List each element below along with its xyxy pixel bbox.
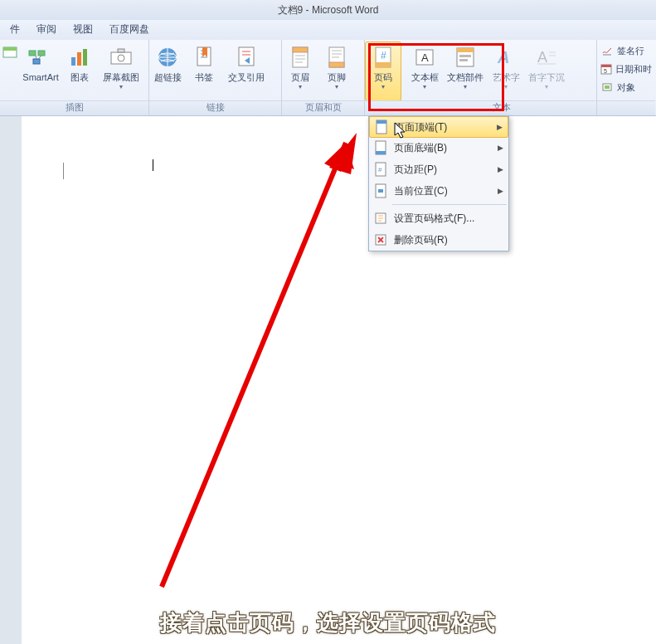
- object-icon: [600, 80, 614, 94]
- group-headerfooter: 页眉 ▾ 页脚 ▾ 页眉和页: [282, 40, 365, 115]
- datetime-label: 日期和时: [615, 63, 652, 76]
- tab-baidu[interactable]: 百度网盘: [101, 20, 158, 40]
- menu-current-position[interactable]: 当前位置(C) ▶: [369, 180, 508, 202]
- svg-rect-27: [459, 59, 468, 61]
- svg-rect-16: [293, 47, 308, 52]
- svg-rect-18: [329, 62, 344, 67]
- group-text-extra: 签名行 5 日期和时 对象: [597, 40, 655, 115]
- signature-label: 签名行: [617, 45, 644, 57]
- dropdown-arrow-icon: ▾: [299, 83, 302, 90]
- quickparts-label: 文档部件: [447, 72, 483, 82]
- hyperlink-button[interactable]: 超链接: [149, 41, 186, 101]
- tab-review[interactable]: 审阅: [28, 20, 65, 40]
- remove-icon: [372, 232, 389, 248]
- textbox-icon: A: [411, 44, 438, 71]
- footer-icon: [323, 44, 350, 71]
- header-icon: [287, 44, 313, 71]
- svg-rect-5: [71, 57, 75, 66]
- svg-rect-3: [38, 51, 45, 56]
- pagenumber-dropdown: 页面顶端(T) ▶ 页面底端(B) ▶ # 页边距(P) ▶ 当前位置(C) ▶…: [368, 116, 509, 251]
- pagenumber-button[interactable]: # 页码 ▾: [365, 41, 401, 101]
- smartart-label: SmartArt: [22, 72, 58, 82]
- svg-rect-1: [3, 47, 17, 51]
- page-current-icon: [372, 183, 389, 199]
- screenshot-button[interactable]: 屏幕截图 ▾: [98, 41, 144, 101]
- menu-remove-label: 删除页码(R): [394, 233, 448, 247]
- tutorial-caption: 接着点击页码，选择设置页码格式: [0, 608, 656, 637]
- menu-top-of-page[interactable]: 页面顶端(T) ▶: [369, 116, 508, 138]
- textbox-button[interactable]: A 文本框 ▾: [406, 41, 443, 101]
- menu-page-margins[interactable]: # 页边距(P) ▶: [369, 159, 508, 180]
- smartart-button[interactable]: SmartArt: [20, 41, 61, 101]
- menu-format-label: 设置页码格式(F)...: [394, 212, 474, 226]
- footer-button[interactable]: 页脚 ▾: [318, 41, 355, 101]
- partial-button[interactable]: [0, 41, 20, 101]
- bookmark-button[interactable]: 书签: [186, 41, 222, 101]
- submenu-arrow-icon: ▶: [498, 187, 503, 195]
- svg-text:#: #: [381, 50, 386, 61]
- quickparts-icon: [452, 44, 479, 71]
- datetime-button[interactable]: 5 日期和时: [600, 60, 652, 78]
- footer-label: 页脚: [328, 72, 346, 82]
- dropcap-icon: A: [533, 44, 560, 71]
- header-button[interactable]: 页眉 ▾: [282, 41, 318, 101]
- group-text: A 文本框 ▾ 文档部件 ▾ A 艺术字 ▾ A: [406, 40, 597, 115]
- page-top-icon: [373, 119, 390, 135]
- smartart-icon: [27, 44, 54, 71]
- ribbon-tabs: 件 审阅 视图 百度网盘: [0, 20, 656, 40]
- datetime-icon: 5: [600, 62, 612, 76]
- svg-rect-14: [239, 47, 254, 66]
- signature-button[interactable]: 签名行: [600, 41, 652, 60]
- pagenumber-label: 页码: [374, 72, 392, 82]
- pagenum-group: # 页码 ▾: [365, 40, 406, 115]
- svg-text:#: #: [378, 166, 382, 173]
- format-icon: [372, 210, 389, 227]
- object-button[interactable]: 对象: [600, 78, 652, 96]
- dropcap-label: 首字下沉: [528, 72, 565, 82]
- svg-text:A: A: [421, 51, 429, 64]
- submenu-arrow-icon: ▶: [498, 144, 503, 152]
- left-gutter: [0, 116, 22, 644]
- dropcap-button[interactable]: A 首字下沉 ▾: [524, 41, 569, 101]
- menu-current-label: 当前位置(C): [394, 184, 448, 198]
- svg-rect-36: [377, 120, 386, 124]
- svg-rect-2: [29, 51, 36, 56]
- group-links-label: 链接: [149, 100, 281, 115]
- ribbon: SmartArt 图表 屏幕截图 ▾ 插图: [0, 40, 656, 116]
- svg-rect-31: [601, 65, 611, 67]
- menu-bottom-label: 页面底端(B): [394, 141, 447, 155]
- group-text-label: 文本: [406, 100, 596, 115]
- bookmark-label: 书签: [195, 72, 213, 82]
- wordart-button[interactable]: A 艺术字 ▾: [488, 41, 524, 101]
- svg-rect-6: [77, 52, 81, 66]
- page-margin-mark: [63, 163, 64, 179]
- svg-rect-26: [459, 55, 471, 57]
- menu-format-page-numbers[interactable]: 设置页码格式(F)...: [369, 207, 508, 229]
- tab-partial[interactable]: 件: [2, 20, 28, 40]
- svg-rect-34: [605, 85, 610, 89]
- chart-icon: [66, 44, 93, 71]
- quickparts-button[interactable]: 文档部件 ▾: [443, 41, 488, 101]
- signature-icon: [600, 44, 614, 57]
- crossref-icon: [233, 44, 260, 71]
- svg-rect-4: [33, 59, 40, 64]
- crossref-label: 交叉引用: [228, 72, 265, 82]
- svg-rect-8: [111, 52, 131, 64]
- svg-text:A: A: [497, 48, 509, 66]
- chart-label: 图表: [70, 72, 89, 82]
- dropdown-arrow-icon: ▾: [545, 83, 548, 90]
- group-headerfooter-label: 页眉和页: [282, 100, 364, 115]
- dropdown-arrow-icon: ▾: [423, 83, 426, 90]
- wordart-label: 艺术字: [493, 72, 520, 82]
- group-illustrations: SmartArt 图表 屏幕截图 ▾ 插图: [0, 40, 149, 115]
- menu-remove-page-numbers[interactable]: 删除页码(R): [369, 229, 508, 251]
- hyperlink-label: 超链接: [154, 72, 182, 82]
- document-canvas[interactable]: [22, 131, 656, 644]
- pagenumber-icon: #: [370, 44, 396, 71]
- menu-bottom-of-page[interactable]: 页面底端(B) ▶: [369, 137, 508, 159]
- svg-text:A: A: [537, 49, 547, 66]
- crossref-button[interactable]: 交叉引用: [222, 41, 270, 101]
- tab-view[interactable]: 视图: [65, 20, 101, 40]
- chart-button[interactable]: 图表: [61, 41, 98, 101]
- dropdown-arrow-icon: ▾: [119, 83, 123, 90]
